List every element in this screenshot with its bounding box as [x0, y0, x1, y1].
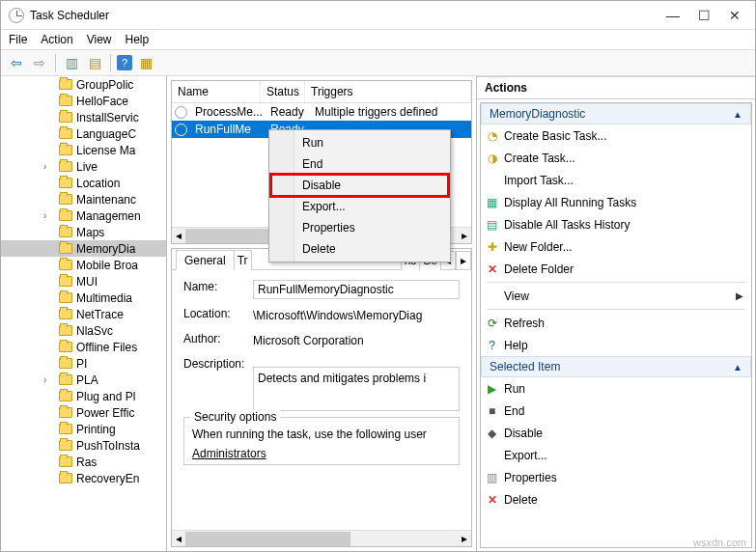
tree-item-label: PushToInsta: [76, 439, 140, 453]
expander-icon[interactable]: ›: [43, 161, 53, 172]
action-item[interactable]: ■End: [481, 400, 751, 422]
expander-icon[interactable]: ›: [43, 374, 53, 385]
action-item[interactable]: ?Help: [481, 334, 751, 356]
field-description[interactable]: Detects and mitigates problems i: [253, 367, 460, 411]
toolbar-btn-2[interactable]: ▤: [85, 53, 104, 72]
tree-item[interactable]: Location: [1, 175, 166, 191]
context-menu-item[interactable]: Run: [271, 132, 448, 153]
maximize-button[interactable]: ☐: [697, 8, 711, 23]
action-item[interactable]: ⟳Refresh: [481, 312, 751, 334]
tab-scroll-right[interactable]: ▸: [456, 251, 471, 269]
tree-item[interactable]: Ras: [1, 454, 166, 470]
menu-action[interactable]: Action: [41, 33, 72, 46]
tree-item[interactable]: InstallServic: [1, 109, 166, 125]
tree-item[interactable]: Offline Files: [1, 339, 166, 355]
folder-icon: [59, 243, 72, 254]
field-name[interactable]: RunFullMemoryDiagnostic: [253, 280, 460, 299]
context-menu-item[interactable]: End: [271, 153, 448, 175]
action-item[interactable]: ◆Disable: [481, 422, 751, 444]
folder-icon: [59, 473, 72, 483]
tree-item[interactable]: PushToInsta: [1, 437, 166, 454]
tree-item[interactable]: Multimedia: [1, 290, 166, 306]
action-label: Display All Running Tasks: [504, 196, 636, 209]
action-item[interactable]: ◑Create Task...: [481, 147, 751, 169]
tree-item[interactable]: HelloFace: [1, 93, 166, 109]
tree-item-label: Maps: [76, 226, 104, 239]
tree-item[interactable]: MUI: [1, 273, 166, 290]
folder-icon: [59, 456, 72, 467]
action-label: Refresh: [504, 317, 545, 330]
context-menu-item[interactable]: Delete: [271, 238, 448, 260]
menu-view[interactable]: View: [87, 33, 112, 46]
minimize-button[interactable]: —: [666, 8, 680, 23]
details-scrollbar[interactable]: ◂▸: [172, 530, 471, 546]
actions-pane: Actions MemoryDiagnostic▲ ◔Create Basic …: [477, 76, 755, 551]
tree-item[interactable]: Maps: [1, 224, 166, 240]
folder-icon: [59, 145, 72, 155]
help-icon[interactable]: ?: [117, 55, 132, 70]
tree-item[interactable]: Power Effic: [1, 404, 166, 421]
tree-item[interactable]: ›Live: [1, 158, 166, 175]
menu-bar: File Action View Help: [1, 30, 755, 49]
action-item[interactable]: Import Task...: [481, 169, 751, 191]
value-location: \Microsoft\Windows\MemoryDiag: [253, 307, 460, 324]
tree-item[interactable]: Maintenanc: [1, 191, 166, 207]
tree-item[interactable]: ›PLA: [1, 372, 166, 388]
collapse-icon: ▲: [733, 109, 742, 120]
action-label: View: [504, 290, 529, 303]
forward-icon[interactable]: ⇨: [30, 53, 49, 72]
toolbar-btn-3[interactable]: ▦: [136, 53, 155, 72]
toolbar-btn-1[interactable]: ▥: [62, 53, 81, 72]
action-item[interactable]: ✚New Folder...: [481, 235, 751, 258]
col-triggers[interactable]: Triggers: [305, 81, 471, 102]
create-icon: ◑: [485, 151, 499, 165]
context-menu-item[interactable]: Properties: [271, 217, 448, 238]
action-item[interactable]: ▥Properties: [481, 466, 751, 488]
actions-title: Actions: [477, 76, 755, 99]
tree-item-label: HelloFace: [76, 95, 128, 108]
delete-icon: ✕: [485, 492, 499, 507]
expander-icon[interactable]: ›: [43, 210, 53, 221]
action-item[interactable]: View▶: [481, 285, 751, 307]
col-name[interactable]: Name: [172, 81, 261, 102]
menu-help[interactable]: Help: [126, 33, 150, 46]
create-basic-icon: ◔: [485, 128, 499, 143]
actions-section-1[interactable]: MemoryDiagnostic▲: [481, 103, 751, 124]
cell-status: Ready: [265, 104, 309, 120]
tree-item[interactable]: GroupPolic: [1, 76, 166, 93]
actions-section-2[interactable]: Selected Item▲: [481, 356, 751, 377]
tree-item[interactable]: RecoveryEn: [1, 470, 166, 486]
view-icon: [485, 289, 499, 303]
action-item[interactable]: Export...: [481, 444, 751, 466]
tab-general[interactable]: General: [176, 250, 235, 270]
action-item[interactable]: ▶Run: [481, 377, 751, 400]
action-item[interactable]: ▤Disable All Tasks History: [481, 213, 751, 235]
tree-item[interactable]: Printing: [1, 421, 166, 437]
close-button[interactable]: ✕: [728, 8, 742, 23]
task-row[interactable]: ProcessMe...ReadyMultiple triggers defin…: [172, 103, 471, 121]
action-item[interactable]: ▦Display All Running Tasks: [481, 191, 751, 213]
action-item[interactable]: ✕Delete Folder: [481, 258, 751, 280]
action-item[interactable]: ◔Create Basic Task...: [481, 124, 751, 147]
context-menu-item[interactable]: Disable: [271, 175, 448, 196]
action-item[interactable]: ✕Delete: [481, 488, 751, 511]
tree-item[interactable]: Mobile Broa: [1, 257, 166, 273]
tree-item[interactable]: MemoryDia: [1, 240, 166, 257]
tree-item[interactable]: LanguageC: [1, 125, 166, 142]
menu-file[interactable]: File: [9, 33, 27, 46]
context-menu-item[interactable]: Export...: [271, 196, 448, 217]
tree-item[interactable]: License Ma: [1, 142, 166, 158]
col-status[interactable]: Status: [261, 81, 305, 102]
tree-item[interactable]: ›Managemen: [1, 207, 166, 224]
back-icon[interactable]: ⇦: [7, 53, 26, 72]
tree-item[interactable]: Plug and Pl: [1, 388, 166, 404]
folder-icon: [59, 178, 72, 188]
tree-item[interactable]: PI: [1, 355, 166, 372]
tab-triggers[interactable]: Tr: [234, 250, 252, 270]
action-label: End: [504, 404, 524, 418]
tree-pane[interactable]: GroupPolicHelloFaceInstallServicLanguage…: [1, 76, 167, 551]
tree-item[interactable]: NetTrace: [1, 306, 166, 322]
action-label: Create Basic Task...: [504, 129, 607, 143]
tree-item[interactable]: NlaSvc: [1, 322, 166, 339]
end-icon: ■: [485, 403, 499, 418]
